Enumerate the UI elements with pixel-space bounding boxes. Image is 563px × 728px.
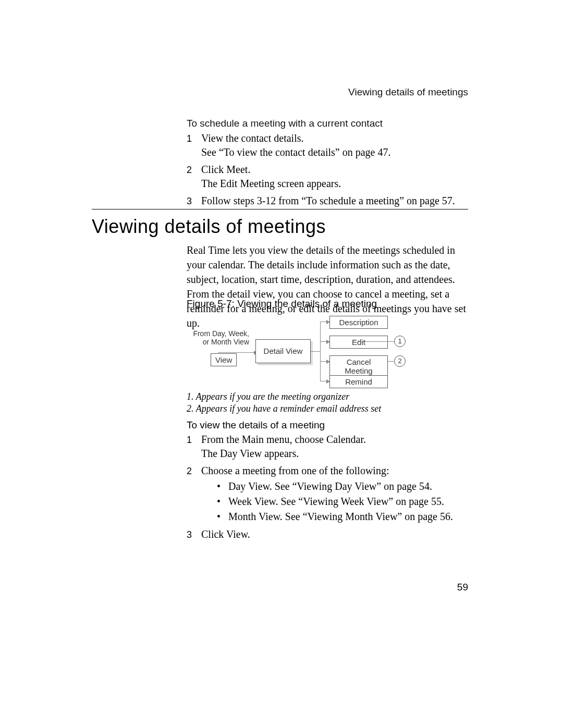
- step-number: 2: [187, 163, 201, 191]
- figure-source-label: From Day, Week, or Month View: [181, 329, 249, 346]
- figure-detail-view-box: Detail View: [255, 339, 311, 363]
- step-text: From the Main menu, choose Calendar.: [201, 433, 468, 447]
- step-body: Click Meet. The Edit Meeting screen appe…: [201, 163, 468, 191]
- step-body: From the Main menu, choose Calendar. The…: [201, 433, 468, 461]
- figure-connector: [320, 341, 329, 342]
- step-number: 1: [187, 131, 201, 159]
- figure-callout-1: 1: [394, 336, 406, 347]
- figure-remind-button: Remind: [329, 375, 388, 388]
- list-item: 1 View the contact details. See “To view…: [187, 131, 468, 159]
- list-item: 3 Follow steps 3-12 from “To schedule a …: [187, 194, 468, 208]
- step-text: Click Meet.: [201, 163, 468, 177]
- figure-view-button: View: [211, 353, 237, 366]
- figure-connector: [218, 352, 257, 353]
- figure-diagram: From Day, Week, or Month View View Detai…: [187, 311, 468, 389]
- bullet-text: Week View. See “Viewing Week View” on pa…: [228, 494, 444, 509]
- running-head: Viewing details of meetings: [348, 87, 468, 98]
- bullet-list: • Day View. See “Viewing Day View” on pa…: [201, 479, 468, 524]
- bullet-text: Day View. See “Viewing Day View” on page…: [228, 479, 432, 494]
- figure-callout-line: [388, 361, 394, 362]
- list-item: 3 Click View.: [187, 527, 468, 541]
- figure-footnotes: 1. Appears if you are the meeting organi…: [187, 391, 468, 415]
- step-text: Choose a meeting from one of the followi…: [201, 464, 468, 478]
- bullet-item: • Week View. See “Viewing Week View” on …: [217, 494, 468, 509]
- figure-cancel-meeting-button: Cancel Meeting: [329, 355, 388, 377]
- procedure-1-steps: 1 View the contact details. See “To view…: [187, 128, 468, 208]
- step-text: Click View.: [201, 527, 468, 541]
- list-item: 2 Choose a meeting from one of the follo…: [187, 464, 468, 524]
- step-text: The Day View appears.: [201, 447, 468, 461]
- step-number: 2: [187, 464, 201, 524]
- step-number: 1: [187, 433, 201, 461]
- step-text: See “To view the contact details” on pag…: [201, 145, 468, 159]
- bullet-item: • Day View. See “Viewing Day View” on pa…: [217, 479, 468, 494]
- list-item: 2 Click Meet. The Edit Meeting screen ap…: [187, 163, 468, 191]
- procedure-1-title: To schedule a meeting with a current con…: [187, 118, 468, 129]
- bullet-icon: •: [217, 494, 228, 509]
- section-heading: Viewing details of meetings: [92, 216, 326, 238]
- step-text: The Edit Meeting screen appears.: [201, 177, 468, 191]
- step-number: 3: [187, 194, 201, 208]
- page-number: 59: [457, 582, 468, 593]
- step-text: View the contact details.: [201, 131, 468, 145]
- figure-connector: [320, 322, 329, 322]
- footnote-text: 2. Appears if you have a reminder email …: [187, 403, 468, 415]
- figure-connector: [311, 351, 320, 352]
- page: Viewing details of meetings To schedule …: [0, 0, 563, 728]
- figure-connector: [320, 381, 329, 381]
- figure-label-line: From Day, Week,: [181, 329, 249, 338]
- bullet-icon: •: [217, 479, 228, 494]
- procedure-2-steps: 1 From the Main menu, choose Calendar. T…: [187, 429, 468, 541]
- footnote-text: 1. Appears if you are the meeting organi…: [187, 391, 468, 403]
- figure-connector: [320, 361, 329, 362]
- bullet-text: Month View. See “Viewing Month View” on …: [228, 509, 453, 524]
- figure-callout-line: [359, 341, 394, 342]
- step-body: Follow steps 3-12 from “To schedule a me…: [201, 194, 468, 208]
- figure-callout-2: 2: [394, 355, 406, 367]
- step-number: 3: [187, 527, 201, 541]
- figure-edit-button: Edit: [329, 336, 388, 349]
- bullet-icon: •: [217, 509, 228, 524]
- step-text: Follow steps 3-12 from “To schedule a me…: [201, 194, 468, 208]
- list-item: 1 From the Main menu, choose Calendar. T…: [187, 433, 468, 461]
- step-body: View the contact details. See “To view t…: [201, 131, 468, 159]
- step-body: Choose a meeting from one of the followi…: [201, 464, 468, 524]
- step-body: Click View.: [201, 527, 468, 541]
- bullet-item: • Month View. See “Viewing Month View” o…: [217, 509, 468, 524]
- figure-description-button: Description: [329, 316, 388, 329]
- section-rule: [92, 209, 468, 209]
- figure-label-line: or Month View: [181, 338, 249, 346]
- figure-connector: [320, 322, 321, 381]
- figure-caption: Figure 5-7: Viewing the details of a mee…: [187, 298, 468, 310]
